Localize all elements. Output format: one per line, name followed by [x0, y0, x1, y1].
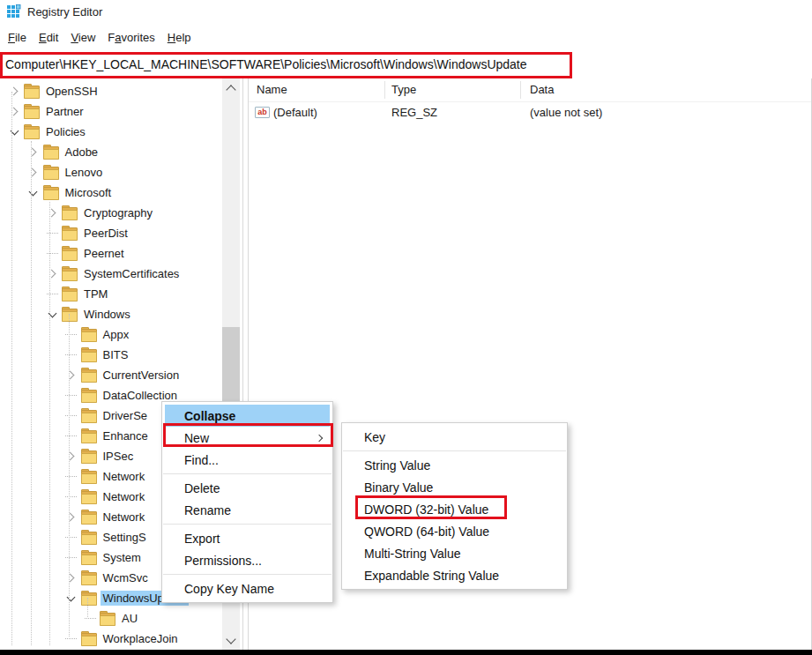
tree-item-systemcertificates[interactable]: SystemCertificates	[0, 264, 222, 284]
chevron-down-icon[interactable]	[5, 122, 23, 142]
submenu-item-multi-string-value[interactable]: Multi-String Value	[342, 542, 567, 564]
context-menu-separator	[163, 473, 332, 474]
value-row[interactable]: ab (Default) REG_SZ (value not set)	[249, 102, 811, 122]
tree-item-label: Appx	[101, 327, 132, 342]
menu-file[interactable]: File	[3, 28, 32, 47]
chevron-right-icon[interactable]	[63, 568, 80, 588]
tree-item-peerdist[interactable]: PeerDist	[0, 223, 222, 243]
address-path[interactable]: Computer\HKEY_LOCAL_MACHINE\SOFTWARE\Pol…	[0, 57, 527, 71]
folder-icon	[81, 491, 96, 503]
tree-connector-line	[65, 496, 77, 497]
submenu-item-dword-32-bit-value[interactable]: DWORD (32-bit) Value	[342, 498, 567, 520]
tree-item-peernet[interactable]: Peernet	[0, 243, 222, 264]
menu-edit[interactable]: Edit	[34, 28, 63, 47]
folder-icon	[43, 187, 58, 199]
context-menu-item-delete[interactable]: Delete	[162, 477, 332, 499]
folder-icon	[62, 288, 77, 301]
tree-connector-line	[65, 537, 77, 538]
tree-item-windows[interactable]: Windows	[0, 304, 222, 324]
tree-connector-line	[65, 435, 77, 436]
chevron-right-icon[interactable]	[43, 264, 61, 284]
context-menu-item-new[interactable]: New	[162, 427, 332, 449]
tree-item-appx[interactable]: Appx	[0, 324, 222, 345]
context-menu-item-permissions[interactable]: Permissions...	[162, 549, 332, 571]
chevron-down-icon[interactable]	[25, 182, 42, 203]
folder-icon	[81, 329, 96, 341]
menu-help[interactable]: Help	[162, 28, 197, 47]
chevron-right-icon[interactable]	[5, 81, 23, 101]
folder-icon	[24, 126, 39, 138]
scroll-up-button[interactable]	[222, 80, 240, 95]
scroll-down-button[interactable]	[222, 633, 240, 648]
tree-item-label: Microsoft	[63, 185, 115, 200]
submenu-arrow-icon	[316, 434, 323, 441]
title-bar: Registry Editor	[0, 0, 812, 24]
chevron-right-icon[interactable]	[63, 446, 80, 466]
tree-item-label: Cryptography	[81, 205, 155, 220]
tree-guide-line	[31, 141, 32, 645]
menu-view[interactable]: View	[65, 28, 101, 47]
tree-item-label: Adobe	[63, 145, 101, 160]
folder-icon	[81, 430, 96, 443]
column-header-type[interactable]: Type	[385, 81, 521, 99]
chevron-right-icon[interactable]	[25, 162, 42, 182]
value-name-cell[interactable]: ab (Default)	[249, 106, 385, 119]
tree-item-currentversion[interactable]: CurrentVersion	[0, 365, 222, 385]
submenu-item-label: Binary Value	[364, 480, 433, 495]
tree-connector	[63, 385, 80, 406]
context-menu-item-label: New	[184, 431, 209, 445]
context-menu-item-find[interactable]: Find...	[162, 449, 332, 471]
submenu-item-binary-value[interactable]: Binary Value	[342, 476, 567, 498]
tree-item-microsoft[interactable]: Microsoft	[0, 182, 222, 203]
address-bar[interactable]: Computer\HKEY_LOCAL_MACHINE\SOFTWARE\Pol…	[0, 50, 812, 79]
tree-connector	[63, 527, 80, 547]
submenu-item-key[interactable]: Key	[342, 426, 567, 448]
folder-icon	[62, 207, 77, 220]
chevron-right-icon	[28, 148, 37, 157]
tree-item-label: Network	[101, 510, 148, 525]
context-menu-item-label: Permissions...	[184, 554, 262, 568]
chevron-right-icon[interactable]	[25, 142, 42, 162]
tree-item-adobe[interactable]: Adobe	[0, 142, 222, 162]
tree-item-openssh[interactable]: OpenSSH	[0, 81, 222, 101]
context-menu-item-label: Rename	[184, 503, 231, 517]
tree-guide-line	[87, 598, 88, 617]
chevron-right-icon[interactable]	[5, 101, 23, 122]
tree-item-policies[interactable]: Policies	[0, 122, 222, 142]
tree-connector-line	[47, 233, 58, 234]
tree-item-label: TPM	[81, 287, 110, 301]
tree-connector-line	[65, 334, 77, 335]
submenu-item-string-value[interactable]: String Value	[342, 454, 567, 476]
chevron-right-icon[interactable]	[63, 507, 80, 527]
context-menu-item-collapse[interactable]: Collapse	[165, 405, 330, 427]
menu-favorites[interactable]: Favorites	[102, 28, 160, 47]
column-header-name[interactable]: Name	[249, 81, 385, 99]
folder-icon	[81, 592, 96, 605]
list-header: Name Type Data	[249, 78, 811, 102]
tree-connector	[63, 406, 80, 426]
tree-item-tpm[interactable]: TPM	[0, 284, 222, 304]
submenu-item-label: Multi-String Value	[364, 547, 460, 561]
scroll-down-icon	[226, 634, 235, 644]
tree-item-cryptography[interactable]: Cryptography	[0, 203, 222, 223]
tree-connector	[63, 466, 80, 487]
column-header-data[interactable]: Data	[521, 81, 811, 99]
chevron-down-icon[interactable]	[63, 588, 80, 608]
chevron-right-icon	[66, 513, 75, 522]
submenu-item-expandable-string-value[interactable]: Expandable String Value	[342, 564, 567, 586]
tree-item-bits[interactable]: BITS	[0, 345, 222, 365]
chevron-down-icon[interactable]	[43, 304, 61, 324]
tree-item-lenovo[interactable]: Lenovo	[0, 162, 222, 182]
context-menu-item-rename[interactable]: Rename	[162, 499, 332, 521]
tree-item-label: Peernet	[81, 246, 127, 261]
chevron-right-icon[interactable]	[43, 203, 61, 223]
folder-icon	[81, 511, 96, 524]
submenu-item-qword-64-bit-value[interactable]: QWORD (64-bit) Value	[342, 520, 567, 542]
context-menu-item-copy-key-name[interactable]: Copy Key Name	[162, 577, 332, 599]
chevron-right-icon[interactable]	[63, 365, 80, 385]
tree-item-partner[interactable]: Partner	[0, 101, 222, 122]
context-menu-item-export[interactable]: Export	[162, 527, 332, 549]
tree-connector	[63, 324, 80, 345]
tree-item-au[interactable]: AU	[0, 608, 222, 629]
tree-item-workplacejoin[interactable]: WorkplaceJoin	[0, 629, 222, 649]
